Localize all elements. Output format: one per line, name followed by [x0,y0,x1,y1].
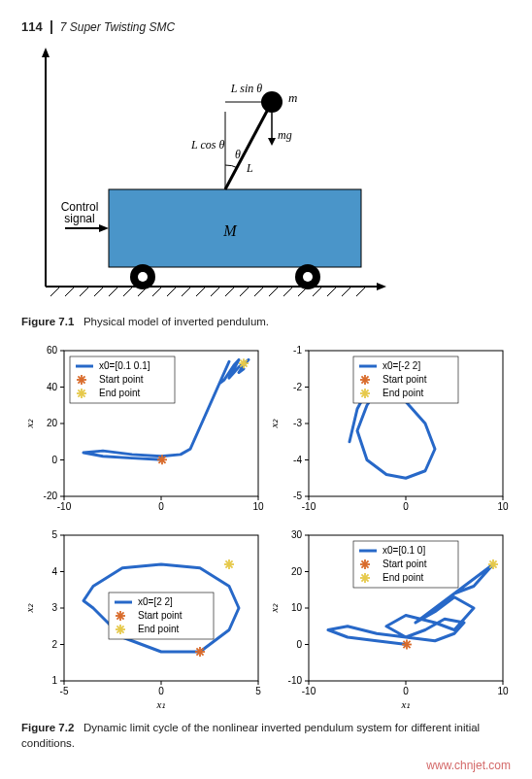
cart-mass-label: M [222,222,238,239]
svg-point-30 [303,272,313,282]
figure-7-2-label: Figure 7.2 [21,722,74,733]
svg-text:20: 20 [47,418,58,428]
svg-text:x0=[-2 2]: x0=[-2 2] [382,360,420,371]
svg-text:10: 10 [252,501,264,512]
svg-text:End point: End point [99,388,140,398]
svg-marker-32 [99,224,109,232]
gravity-label: mg [278,128,292,142]
svg-line-24 [342,287,351,296]
svg-line-15 [211,287,220,296]
figure-7-2-caption-text: Dynamic limit cycle of the nonlinear inv… [21,722,480,749]
svg-text:5: 5 [51,529,57,540]
svg-text:End point: End point [382,572,423,583]
svg-line-14 [196,287,206,296]
svg-text:x₁: x₁ [156,698,166,710]
svg-text:1: 1 [51,675,57,686]
svg-text:End point: End point [382,388,423,398]
svg-line-8 [109,287,118,296]
svg-text:-10: -10 [302,686,316,696]
svg-text:Start point: Start point [382,559,427,569]
svg-line-22 [313,287,322,296]
svg-text:-5: -5 [60,686,69,696]
svg-text:20: 20 [291,566,303,577]
page-header: 114 7 Super Twisting SMC [21,17,511,34]
svg-text:Start point: Start point [382,374,427,385]
svg-text:0: 0 [51,455,57,465]
inverted-pendulum-diagram: M Controlsignal m mg L sin θ L cos θ [21,44,390,306]
svg-text:10: 10 [291,602,303,613]
svg-line-16 [225,287,235,296]
watermark: www.chnjet.com [426,759,511,772]
svg-text:-4: -4 [293,455,302,465]
svg-line-13 [182,287,191,296]
svg-line-5 [65,287,75,296]
svg-text:0: 0 [403,501,409,512]
svg-text:-3: -3 [293,418,302,428]
svg-text:0: 0 [403,686,409,696]
svg-text:End point: End point [138,624,179,634]
svg-text:0: 0 [296,639,302,650]
svg-line-18 [254,287,264,296]
l-sin-theta-label: L sin θ [230,82,262,95]
svg-text:x₁: x₁ [401,698,411,710]
svg-text:10: 10 [497,501,509,512]
l-cos-theta-label: L cos θ [190,138,224,152]
svg-line-6 [80,287,89,296]
svg-text:-10: -10 [288,675,303,686]
svg-line-12 [167,287,177,296]
svg-text:x0=[0.1 0.1]: x0=[0.1 0.1] [99,360,150,371]
svg-text:-2: -2 [293,382,302,392]
svg-line-4 [50,287,60,296]
svg-text:-10: -10 [57,501,72,512]
figure-7-2-caption: Figure 7.2 Dynamic limit cycle of the no… [21,720,511,751]
svg-text:2: 2 [51,639,57,650]
svg-text:3: 3 [51,602,57,613]
svg-text:x0=[2 2]: x0=[2 2] [138,596,173,607]
svg-marker-1 [42,48,50,57]
svg-text:-10: -10 [302,501,316,512]
svg-text:40: 40 [47,382,58,392]
svg-line-23 [327,287,337,296]
svg-text:x₂: x₂ [268,419,280,429]
svg-text:10: 10 [497,686,509,696]
angle-label: θ [235,148,241,161]
control-signal-label-l2: signal [64,212,94,225]
svg-text:60: 60 [47,345,58,356]
svg-text:Start point: Start point [99,374,144,385]
figure-7-1-caption: Figure 7.1 Physical model of inverted pe… [21,314,511,329]
svg-text:-5: -5 [293,491,302,501]
figure-7-1: M Controlsignal m mg L sin θ L cos θ [21,44,511,306]
page-number: 114 [21,19,43,34]
figure-7-1-caption-text: Physical model of inverted pendulum. [83,316,269,327]
chapter-label: 7 Super Twisting SMC [60,20,175,34]
svg-text:Controlsignal: Controlsignal [61,200,99,225]
svg-marker-38 [268,138,276,146]
svg-text:x₂: x₂ [268,603,280,614]
svg-text:5: 5 [255,686,261,696]
header-divider [50,20,52,34]
svg-text:x₂: x₂ [23,603,35,614]
svg-text:30: 30 [291,529,303,540]
svg-point-28 [138,272,148,282]
bob-label: m [288,90,297,105]
svg-text:x₂: x₂ [23,419,35,429]
svg-line-7 [94,287,104,296]
svg-text:-20: -20 [44,491,58,501]
svg-text:x0=[0.1 0]: x0=[0.1 0] [382,545,425,556]
svg-text:0: 0 [158,501,164,512]
svg-line-35 [225,102,272,189]
svg-text:4: 4 [51,566,57,577]
svg-text:-1: -1 [293,345,302,356]
svg-text:0: 0 [158,686,164,696]
svg-line-9 [123,287,133,296]
svg-text:Start point: Start point [138,610,183,621]
phase-plane-grid: -10010-200204060x₂x0=[0.1 0.1]Start poin… [21,343,511,712]
figure-7-1-label: Figure 7.1 [21,316,74,327]
svg-line-17 [240,287,249,296]
rod-length-label: L [246,161,253,175]
svg-line-11 [152,287,162,296]
svg-line-20 [283,287,293,296]
figure-7-2: -10010-200204060x₂x0=[0.1 0.1]Start poin… [21,343,511,712]
svg-line-25 [356,287,366,296]
svg-line-19 [269,287,279,296]
